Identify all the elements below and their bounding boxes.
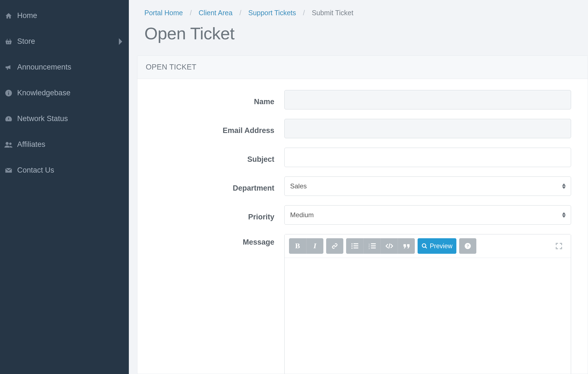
sidebar-item-label: Network Status bbox=[17, 114, 68, 123]
preview-label: Preview bbox=[430, 242, 452, 250]
home-icon bbox=[2, 12, 15, 19]
svg-rect-12 bbox=[371, 243, 375, 244]
department-select[interactable]: Sales bbox=[284, 176, 571, 196]
sidebar-item-label: Store bbox=[17, 37, 35, 46]
svg-rect-2 bbox=[8, 91, 9, 92]
svg-rect-10 bbox=[354, 247, 358, 248]
svg-text:?: ? bbox=[466, 244, 469, 248]
message-label: Message bbox=[154, 234, 284, 247]
panel-body: Name Email Address Subject bbox=[137, 79, 588, 374]
help-button[interactable]: ? bbox=[459, 238, 476, 254]
subject-label: Subject bbox=[154, 151, 284, 164]
list-ol-icon: 123 bbox=[369, 243, 376, 249]
envelope-icon bbox=[2, 167, 15, 173]
main-content: Portal Home / Client Area / Support Tick… bbox=[129, 0, 588, 374]
sidebar: Home Store Announcements Knowledgebase bbox=[0, 0, 129, 374]
breadcrumb-current: Submit Ticket bbox=[312, 9, 353, 17]
chevron-right-icon bbox=[118, 38, 123, 45]
link-button[interactable] bbox=[326, 238, 343, 254]
sidebar-item-label: Contact Us bbox=[17, 166, 54, 175]
code-icon bbox=[385, 243, 393, 249]
bold-button[interactable]: B bbox=[289, 238, 306, 254]
breadcrumb: Portal Home / Client Area / Support Tick… bbox=[129, 0, 588, 17]
select-caret-icon bbox=[562, 212, 566, 218]
expand-icon bbox=[555, 242, 563, 250]
page-title: Open Ticket bbox=[129, 17, 588, 55]
message-textarea[interactable] bbox=[285, 258, 571, 374]
sidebar-item-home[interactable]: Home bbox=[0, 3, 129, 29]
name-label: Name bbox=[154, 94, 284, 106]
help-icon: ? bbox=[464, 243, 471, 249]
department-label: Department bbox=[154, 180, 284, 193]
svg-text:3: 3 bbox=[369, 247, 370, 249]
svg-point-4 bbox=[9, 142, 12, 145]
sidebar-item-announcements[interactable]: Announcements bbox=[0, 54, 129, 80]
ul-button[interactable] bbox=[346, 238, 363, 254]
sidebar-item-knowledgebase[interactable]: Knowledgebase bbox=[0, 80, 129, 106]
sidebar-item-label: Affiliates bbox=[17, 140, 45, 149]
sidebar-item-contact[interactable]: Contact Us bbox=[0, 157, 129, 183]
sidebar-item-affiliates[interactable]: Affiliates bbox=[0, 132, 129, 157]
email-input[interactable] bbox=[284, 119, 571, 138]
panel-header: OPEN TICKET bbox=[137, 56, 588, 79]
search-icon bbox=[421, 243, 428, 249]
sidebar-item-label: Knowledgebase bbox=[17, 89, 70, 97]
select-caret-icon bbox=[562, 183, 566, 189]
quote-icon bbox=[403, 243, 410, 249]
users-icon bbox=[2, 141, 15, 148]
sidebar-item-network-status[interactable]: Network Status bbox=[0, 106, 129, 132]
italic-icon: I bbox=[313, 242, 316, 250]
breadcrumb-link-portal-home[interactable]: Portal Home bbox=[144, 9, 183, 17]
department-selected: Sales bbox=[290, 182, 307, 190]
svg-point-17 bbox=[422, 244, 426, 247]
svg-point-5 bbox=[351, 243, 352, 244]
list-ul-icon bbox=[351, 243, 358, 249]
svg-point-9 bbox=[351, 247, 352, 249]
open-ticket-panel: OPEN TICKET Name Email Address Subject bbox=[137, 55, 588, 374]
message-editor: B I bbox=[284, 234, 571, 374]
fullscreen-button[interactable] bbox=[551, 238, 566, 254]
link-icon bbox=[331, 242, 338, 250]
info-circle-icon bbox=[2, 89, 15, 97]
preview-button[interactable]: Preview bbox=[418, 238, 456, 254]
sidebar-item-store[interactable]: Store bbox=[0, 29, 129, 54]
breadcrumb-link-client-area[interactable]: Client Area bbox=[199, 9, 232, 17]
svg-rect-16 bbox=[371, 247, 375, 248]
breadcrumb-link-support-tickets[interactable]: Support Tickets bbox=[248, 9, 296, 17]
quote-button[interactable] bbox=[398, 238, 415, 254]
editor-toolbar: B I bbox=[285, 234, 571, 258]
svg-rect-14 bbox=[371, 245, 375, 246]
email-label: Email Address bbox=[154, 122, 284, 135]
priority-select[interactable]: Medium bbox=[284, 205, 571, 225]
basket-icon bbox=[2, 38, 15, 45]
priority-selected: Medium bbox=[290, 211, 314, 219]
code-button[interactable] bbox=[380, 238, 398, 254]
priority-label: Priority bbox=[154, 209, 284, 221]
svg-point-7 bbox=[351, 245, 352, 247]
svg-point-3 bbox=[6, 142, 9, 145]
svg-rect-8 bbox=[354, 245, 358, 246]
sidebar-item-label: Announcements bbox=[17, 63, 71, 71]
bullhorn-icon bbox=[2, 64, 15, 71]
italic-button[interactable]: I bbox=[306, 238, 323, 254]
svg-rect-6 bbox=[354, 243, 358, 244]
dashboard-icon bbox=[2, 115, 15, 122]
sidebar-item-label: Home bbox=[17, 11, 37, 20]
svg-rect-1 bbox=[8, 92, 9, 95]
bold-icon: B bbox=[295, 242, 300, 250]
subject-input[interactable] bbox=[284, 148, 571, 167]
name-input[interactable] bbox=[284, 90, 571, 109]
ol-button[interactable]: 123 bbox=[363, 238, 380, 254]
